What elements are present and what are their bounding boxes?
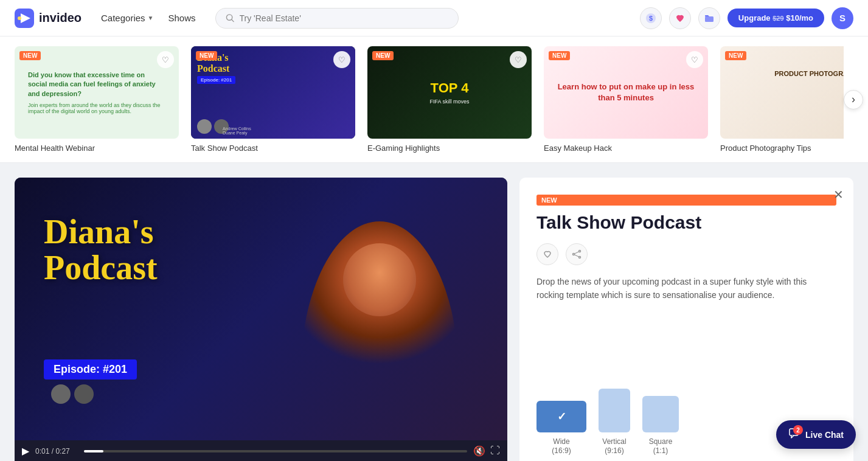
new-badge-podcast: NEW [196, 51, 217, 60]
search-input[interactable] [240, 13, 448, 23]
favorite-button-podcast[interactable]: ♡ [333, 51, 350, 68]
progress-bar[interactable] [84, 450, 467, 452]
detail-panel: ✕ NEW Talk Show Podcast Drop the news of… [519, 178, 853, 461]
aspect-wide-box: ✓ [536, 401, 586, 432]
favorite-button-mental[interactable]: ♡ [157, 51, 174, 68]
folder-icon [704, 13, 715, 24]
dollar-icon-button[interactable]: $ [640, 7, 662, 29]
search-icon [226, 13, 235, 23]
folder-icon-button[interactable] [698, 7, 720, 29]
logo[interactable]: invideo [15, 9, 82, 28]
carousel-next-button[interactable]: › [844, 90, 863, 109]
user-avatar[interactable]: S [832, 7, 853, 29]
search-bar[interactable] [215, 8, 459, 29]
play-button[interactable]: ▶ [22, 445, 29, 457]
card-mental-health[interactable]: Did you know that excessive time on soci… [15, 46, 179, 153]
share-icon [572, 249, 582, 259]
video-player: Diana's Podcast Episode: #201 ▶ 0:01 / 0… [15, 178, 507, 461]
chat-icon-wrap: 2 [788, 428, 800, 442]
video-area: Diana's Podcast Episode: #201 [15, 178, 507, 440]
video-title: Diana's Podcast [44, 214, 158, 286]
aspect-square-box [642, 396, 679, 432]
close-button[interactable]: ✕ [833, 187, 844, 202]
svg-line-4 [231, 19, 233, 21]
mute-icon[interactable]: 🔇 [473, 445, 485, 457]
fullscreen-icon[interactable]: ⛶ [490, 445, 500, 457]
notification-count: 2 [793, 425, 803, 435]
card-product[interactable]: PRODUCT PHOTOGRAPHY TIPSandways toget ah… [720, 46, 844, 153]
svg-rect-7 [705, 16, 713, 22]
svg-point-9 [579, 257, 581, 258]
check-icon: ✓ [557, 410, 566, 423]
card-makeup[interactable]: Learn how to put on make up in less than… [544, 46, 708, 153]
aspect-vertical-box [599, 389, 630, 432]
header: invideo Categories ▼ Shows $ [0, 0, 868, 36]
card-label-product: Product Photography Tips [720, 144, 844, 153]
aspect-wide-option[interactable]: ✓ Wide (16:9) [536, 401, 586, 456]
card-label-mental: Mental Health Webinar [15, 144, 179, 153]
card-podcast[interactable]: Diana'sPodcast Episode: #201 Andrew Coll… [191, 46, 355, 153]
aspect-vertical-label: Vertical (9:16) [602, 437, 626, 456]
card-gaming[interactable]: TOP 4 FIFA skill moves NEW ♡ E-Gaming Hi… [367, 46, 532, 153]
card-label-podcast: Talk Show Podcast [191, 144, 355, 153]
nav-categories[interactable]: Categories ▼ [101, 13, 153, 23]
svg-text:$: $ [649, 15, 653, 22]
new-badge-product: NEW [725, 51, 746, 60]
card-label-gaming: E-Gaming Highlights [367, 144, 532, 153]
chevron-down-icon: ▼ [148, 15, 154, 21]
favorite-button-makeup[interactable]: ♡ [686, 51, 703, 68]
new-badge: NEW [19, 51, 41, 60]
detail-new-badge: NEW [536, 195, 836, 206]
aspect-wide-label: Wide (16:9) [552, 437, 571, 456]
old-price: $29 [773, 15, 783, 22]
aspect-square-option[interactable]: Square (1:1) [642, 396, 679, 456]
aspect-vertical-option[interactable]: Vertical (9:16) [599, 389, 630, 456]
svg-point-2 [18, 16, 21, 20]
svg-point-8 [579, 251, 581, 252]
new-badge-makeup: NEW [549, 51, 570, 60]
new-badge-gaming: NEW [372, 51, 394, 60]
invideo-logo-icon [15, 9, 34, 28]
dollar-icon: $ [645, 13, 656, 24]
svg-line-11 [574, 252, 578, 254]
card-label-makeup: Easy Makeup Hack [544, 144, 708, 153]
live-chat-button[interactable]: 2 Live Chat [776, 420, 856, 449]
heart-icon [675, 13, 686, 24]
main-content: Diana's Podcast Episode: #201 ▶ 0:01 / 0… [0, 163, 868, 461]
heart-icon-button[interactable] [669, 7, 691, 29]
episode-badge: Episode: #201 [44, 359, 137, 380]
svg-point-10 [573, 254, 575, 255]
header-actions: $ Upgrade $29 $10/mo S [640, 7, 853, 29]
template-carousel: Did you know that excessive time on soci… [0, 36, 868, 163]
progress-fill [84, 450, 103, 452]
video-time: 0:01 / 0:27 [35, 447, 78, 456]
detail-favorite-button[interactable] [536, 243, 558, 265]
favorite-button-gaming[interactable]: ♡ [510, 51, 527, 68]
svg-line-12 [574, 255, 578, 257]
carousel-items-container: Did you know that excessive time on soci… [15, 46, 844, 153]
detail-description: Drop the news of your upcoming podcast i… [536, 275, 836, 374]
control-icons: 🔇 ⛶ [473, 445, 500, 457]
aspect-square-label: Square (1:1) [649, 437, 673, 456]
main-nav: Categories ▼ Shows [101, 13, 195, 23]
detail-actions [536, 243, 836, 265]
upgrade-button[interactable]: Upgrade $29 $10/mo [727, 9, 824, 27]
heart-icon [543, 249, 552, 259]
detail-title: Talk Show Podcast [536, 212, 836, 234]
nav-shows[interactable]: Shows [168, 13, 195, 23]
video-controls: ▶ 0:01 / 0:27 🔇 ⛶ [15, 440, 507, 461]
logo-text: invideo [39, 11, 82, 25]
share-button[interactable] [566, 243, 588, 265]
